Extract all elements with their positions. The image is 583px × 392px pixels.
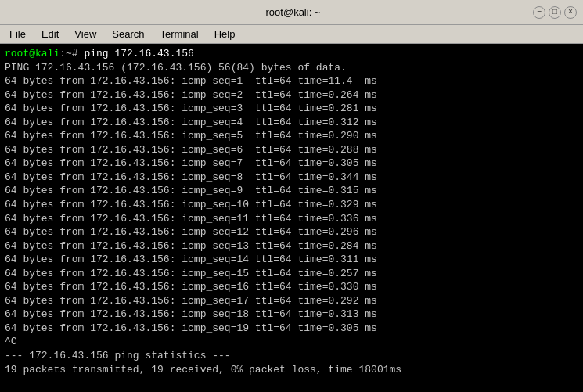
maximize-icon: □ bbox=[552, 8, 557, 16]
ping-stats-result: 19 packets transmitted, 19 received, 0% … bbox=[5, 364, 401, 376]
ping-seq8: 64 bytes from 172.16.43.156: icmp_seq=8 … bbox=[5, 171, 377, 183]
titlebar: root@kali: ~ − □ × bbox=[0, 0, 583, 25]
terminal-prompt-suffix: :~# bbox=[59, 48, 84, 59]
terminal-output[interactable]: root@kali:~# ping 172.16.43.156 PING 172… bbox=[0, 44, 583, 392]
menu-file[interactable]: File bbox=[3, 27, 32, 41]
ping-seq18: 64 bytes from 172.16.43.156: icmp_seq=18… bbox=[5, 308, 377, 320]
ping-seq16: 64 bytes from 172.16.43.156: icmp_seq=16… bbox=[5, 281, 377, 293]
ping-stats-header: --- 172.16.43.156 ping statistics --- bbox=[5, 350, 231, 361]
ping-seq13: 64 bytes from 172.16.43.156: icmp_seq=13… bbox=[5, 240, 377, 252]
ping-seq9: 64 bytes from 172.16.43.156: icmp_seq=9 … bbox=[5, 185, 377, 196]
ping-seq15: 64 bytes from 172.16.43.156: icmp_seq=15… bbox=[5, 268, 377, 279]
menubar: File Edit View Search Terminal Help bbox=[0, 25, 583, 44]
menu-search[interactable]: Search bbox=[106, 27, 150, 41]
minimize-icon: − bbox=[537, 8, 542, 16]
maximize-button[interactable]: □ bbox=[549, 6, 561, 19]
menu-help[interactable]: Help bbox=[208, 27, 242, 41]
ping-seq19: 64 bytes from 172.16.43.156: icmp_seq=19… bbox=[5, 322, 377, 334]
ping-seq6: 64 bytes from 172.16.43.156: icmp_seq=6 … bbox=[5, 144, 377, 156]
ping-seq2: 64 bytes from 172.16.43.156: icmp_seq=2 … bbox=[5, 89, 377, 101]
menu-edit[interactable]: Edit bbox=[35, 27, 65, 41]
ping-header: PING 172.16.43.156 (172.16.43.156) 56(84… bbox=[5, 62, 347, 74]
ping-seq4: 64 bytes from 172.16.43.156: icmp_seq=4 … bbox=[5, 117, 377, 128]
terminal-command: ping 172.16.43.156 bbox=[84, 48, 193, 59]
close-button[interactable]: × bbox=[564, 6, 577, 19]
ping-seq17: 64 bytes from 172.16.43.156: icmp_seq=17… bbox=[5, 295, 377, 307]
ping-seq5: 64 bytes from 172.16.43.156: icmp_seq=5 … bbox=[5, 130, 377, 142]
menu-view[interactable]: View bbox=[68, 27, 103, 41]
titlebar-title: root@kali: ~ bbox=[53, 6, 533, 18]
ping-seq12: 64 bytes from 172.16.43.156: icmp_seq=12… bbox=[5, 226, 377, 238]
menu-terminal[interactable]: Terminal bbox=[154, 27, 205, 41]
ping-seq3: 64 bytes from 172.16.43.156: icmp_seq=3 … bbox=[5, 102, 377, 114]
close-icon: × bbox=[568, 8, 573, 16]
terminal-prompt: root@kali bbox=[5, 48, 59, 59]
ping-seq7: 64 bytes from 172.16.43.156: icmp_seq=7 … bbox=[5, 157, 377, 169]
ping-seq1: 64 bytes from 172.16.43.156: icmp_seq=1 … bbox=[5, 75, 377, 87]
ping-seq11: 64 bytes from 172.16.43.156: icmp_seq=11… bbox=[5, 213, 377, 225]
ping-seq14: 64 bytes from 172.16.43.156: icmp_seq=14… bbox=[5, 254, 377, 265]
minimize-button[interactable]: − bbox=[533, 6, 545, 19]
ctrl-c-signal: ^C bbox=[5, 336, 17, 347]
titlebar-controls: − □ × bbox=[533, 6, 577, 19]
ping-seq10: 64 bytes from 172.16.43.156: icmp_seq=10… bbox=[5, 199, 377, 210]
